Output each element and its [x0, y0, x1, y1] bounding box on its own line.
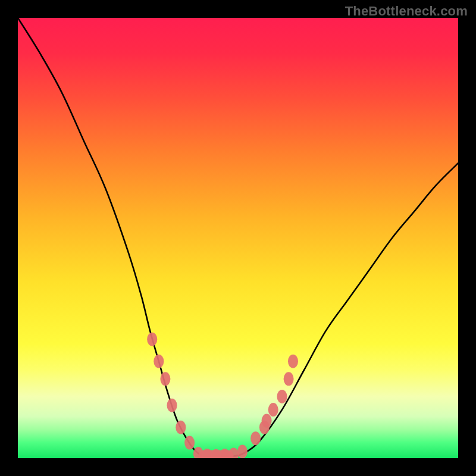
highlight-point	[284, 372, 294, 386]
highlight-point	[277, 390, 287, 403]
flat-region-bar	[198, 450, 233, 458]
highlight-point	[154, 355, 164, 368]
plot-area	[18, 18, 458, 458]
bottleneck-curve-chart	[18, 18, 458, 458]
highlight-point	[147, 333, 157, 346]
highlight-point	[176, 421, 186, 434]
highlight-point	[288, 355, 298, 368]
watermark-text: TheBottleneck.com	[345, 4, 468, 19]
highlight-point	[184, 436, 195, 450]
highlight-point	[268, 403, 278, 416]
highlight-point	[262, 414, 272, 428]
chart-frame: TheBottleneck.com	[0, 0, 476, 476]
highlight-point	[160, 372, 170, 386]
highlight-point	[167, 399, 177, 412]
highlight-point	[250, 431, 261, 445]
highlight-point	[237, 444, 248, 458]
